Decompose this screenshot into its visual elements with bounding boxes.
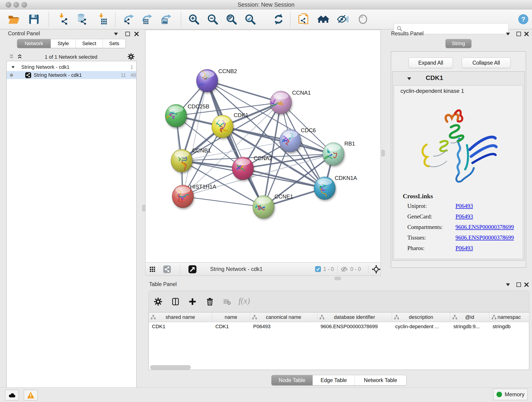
crosslink-value-link[interactable]: P06493: [456, 245, 473, 251]
string-view-icon[interactable]: [163, 265, 171, 274]
network-node-CDKN1A[interactable]: [314, 177, 336, 200]
import-network-icon[interactable]: [57, 13, 69, 25]
crosslink-value-link[interactable]: P06493: [456, 203, 473, 209]
open-session-icon[interactable]: [7, 13, 19, 25]
network-node-CCNE1[interactable]: [253, 196, 274, 218]
cloud-button[interactable]: [5, 390, 19, 400]
tab-sets[interactable]: Sets: [103, 39, 126, 48]
pan-crosshair-icon[interactable]: [372, 265, 380, 274]
crosslink-value-link[interactable]: 9606.ENSP00000378699: [456, 224, 514, 230]
selected-checkbox-icon[interactable]: [315, 266, 321, 272]
table-horizontal-scrollbar[interactable]: [150, 365, 191, 370]
tab-network[interactable]: Network: [17, 39, 51, 48]
table-options-gear-icon[interactable]: [154, 297, 162, 306]
panel-maximize-icon[interactable]: [516, 282, 522, 288]
panel-close-icon[interactable]: [133, 31, 139, 37]
tab-node-table[interactable]: Node Table: [272, 375, 313, 385]
save-session-icon[interactable]: [28, 13, 40, 25]
column-header-shared-name[interactable]: shared name: [149, 313, 212, 322]
warnings-button[interactable]: [24, 390, 38, 400]
help-icon[interactable]: [518, 14, 529, 25]
table-cell[interactable]: 9606.ENSP00000378699: [317, 322, 392, 331]
panel-maximize-icon[interactable]: [516, 31, 522, 37]
column-header-label: description: [409, 314, 433, 320]
table-cell[interactable]: P06493: [250, 322, 317, 331]
network-edge-HIST1H1A-CCNE1[interactable]: [183, 196, 264, 207]
table-cell[interactable]: cyclin-dependent ...: [392, 322, 450, 331]
node-label-RB1: RB1: [344, 140, 355, 147]
tab-style[interactable]: Style: [51, 39, 76, 48]
import-table-icon[interactable]: [96, 13, 108, 25]
network-collection-row[interactable]: String Network - cdk1 1: [7, 63, 136, 71]
grid-mode-icon[interactable]: [149, 265, 157, 273]
network-row-selected[interactable]: String Network - cdk1 11 48: [7, 71, 136, 79]
share-document-icon[interactable]: [298, 13, 310, 25]
network-edge-CCNB2-HIST1H1A[interactable]: [183, 81, 207, 196]
show-columns-icon[interactable]: [171, 297, 180, 306]
collapse-all-button[interactable]: Collapse All: [462, 57, 511, 68]
network-node-CDC6[interactable]: [279, 129, 301, 152]
crosslinks-heading: CrossLinks: [403, 193, 433, 200]
column-header-name[interactable]: name: [212, 313, 250, 322]
panel-float-icon[interactable]: [505, 31, 511, 37]
delete-column-icon[interactable]: [206, 297, 214, 306]
collapse-arrow-icon[interactable]: [11, 65, 15, 70]
network-node-CCNA2[interactable]: [232, 157, 254, 180]
panel-close-icon[interactable]: [524, 31, 530, 37]
panel-close-icon[interactable]: [524, 282, 530, 288]
network-edge-CCNB2-CCNA1[interactable]: [207, 81, 281, 102]
export-image-icon[interactable]: [160, 13, 172, 25]
column-flow-icon: [151, 314, 156, 320]
table-cell[interactable]: CDK1: [212, 322, 250, 331]
export-table-icon[interactable]: [141, 13, 153, 25]
hidden-eye-icon[interactable]: [341, 266, 348, 273]
table-cell[interactable]: stringdb: [489, 322, 529, 331]
panel-float-icon[interactable]: [113, 31, 119, 37]
network-canvas[interactable]: CCNB2CCNA1CDC25BCDK1CDC6RB1CCNB1CCNA2CDK…: [145, 30, 381, 263]
detach-view-icon[interactable]: [188, 265, 197, 274]
zoom-in-icon[interactable]: [188, 13, 200, 25]
crosslink-value-link[interactable]: 9606.ENSP00000378699: [456, 235, 514, 241]
hidden-count-badge: 0 - 0: [350, 266, 361, 272]
network-collection-label: String Network - cdk1: [21, 64, 70, 70]
crosslink-row: Compartments:9606.ENSP00000378699: [407, 224, 517, 230]
network-options-gear-icon[interactable]: [127, 53, 135, 60]
panel-maximize-icon[interactable]: [125, 31, 131, 37]
column-header-canonical-name[interactable]: canonical name: [250, 313, 317, 322]
zoom-fit-icon[interactable]: [225, 13, 237, 25]
bottom-splitter-handle[interactable]: [335, 277, 341, 280]
left-splitter-handle[interactable]: [142, 205, 146, 211]
column-header-description[interactable]: description: [392, 313, 450, 322]
column-header-@id[interactable]: @id: [450, 313, 489, 322]
expand-all-button[interactable]: Expand All: [409, 57, 453, 68]
network-list: String Network - cdk1 1 String Network -…: [6, 61, 137, 402]
network-node-CDC25B[interactable]: [165, 104, 187, 127]
panel-float-icon[interactable]: [505, 282, 511, 288]
table-cell[interactable]: stringdb:9...: [450, 322, 489, 331]
hide-panels-eye-icon[interactable]: [336, 13, 348, 25]
network-node-RB1[interactable]: [323, 143, 344, 166]
network-node-CDK1[interactable]: [212, 115, 233, 138]
tab-select[interactable]: Select: [76, 39, 103, 48]
memory-button[interactable]: Memory: [493, 389, 528, 400]
network-node-CCNB2[interactable]: [195, 68, 218, 92]
home-icon[interactable]: [317, 13, 329, 25]
right-splitter-handle[interactable]: [381, 150, 385, 156]
add-column-icon[interactable]: [188, 297, 197, 306]
column-header-namespac[interactable]: namespac: [489, 313, 529, 322]
collapse-section-icon[interactable]: [406, 76, 412, 82]
column-header-database-identifier[interactable]: database identifier: [317, 313, 392, 322]
crosslink-value-link[interactable]: P06493: [456, 213, 473, 220]
import-network-database-icon[interactable]: [76, 13, 88, 25]
table-cell[interactable]: CDK1: [149, 322, 212, 331]
network-node-CCNB1[interactable]: [171, 149, 192, 172]
sphere-view-icon[interactable]: [357, 13, 369, 25]
export-network-icon[interactable]: [123, 13, 135, 25]
refresh-icon[interactable]: [273, 13, 285, 25]
zoom-selected-icon[interactable]: [244, 13, 256, 25]
node-table[interactable]: shared nameCDK1nameCDK1canonical nameP06…: [148, 312, 529, 370]
tab-string[interactable]: String: [446, 39, 471, 48]
tab-edge-table[interactable]: Edge Table: [313, 375, 355, 385]
tab-network-table[interactable]: Network Table: [355, 375, 406, 385]
zoom-out-icon[interactable]: [207, 13, 219, 25]
